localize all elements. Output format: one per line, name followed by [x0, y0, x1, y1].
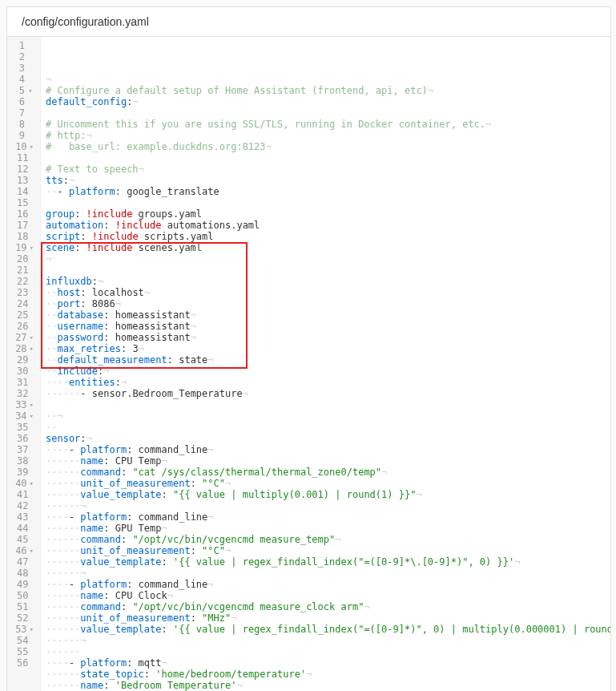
line-number: 14 — [17, 186, 34, 197]
code-line[interactable]: ··host: localhost¬ — [46, 287, 611, 298]
code-editor[interactable]: 12345▾678910▾111213141516171819▾20212223… — [7, 37, 610, 691]
code-line[interactable]: ··password: homeassistant¬ — [46, 332, 611, 343]
code-line[interactable]: scene: !include scenes.yaml — [46, 242, 611, 253]
code-line[interactable]: ¬ — [46, 74, 611, 85]
code-line[interactable]: ······state_topic: 'home/bedroom/tempera… — [46, 669, 611, 680]
code-line[interactable]: ····- platform: mqtt¬ — [46, 657, 611, 669]
code-line[interactable]: ······- sensor.Bedroom_Temperature¬ — [46, 388, 611, 399]
code-line[interactable]: script: !include scripts.yaml — [46, 231, 611, 242]
fold-marker-icon[interactable]: ▾ — [30, 399, 34, 410]
code-line[interactable]: # base_url: example.duckdns.org:8123¬ — [46, 141, 611, 152]
code-line[interactable]: ······name: CPU Temp¬ — [46, 455, 611, 467]
code-line[interactable]: ······value_template: "{{ value | multip… — [46, 489, 611, 500]
line-number: 50 — [17, 590, 34, 601]
code-line[interactable]: ······name: 'Bedroom Temperature'¬ — [46, 680, 611, 691]
line-number: 18 — [17, 231, 34, 242]
code-line[interactable]: ······command: "/opt/vc/bin/vcgencmd mea… — [46, 534, 611, 545]
line-number: 4 — [17, 74, 34, 85]
code-line[interactable]: group: !include groups.yaml — [46, 208, 611, 220]
fold-marker-icon[interactable]: ▾ — [30, 624, 34, 635]
code-line[interactable]: ······ — [46, 646, 611, 657]
code-line[interactable]: ······name: CPU Clock¬ — [46, 590, 611, 601]
code-line[interactable] — [46, 107, 611, 119]
line-number: 24 — [17, 298, 34, 309]
code-line[interactable]: ····- platform: command_line¬ — [46, 511, 611, 523]
line-number: 1 — [17, 40, 34, 51]
code-line[interactable]: ··port: 8086¬ — [46, 298, 611, 309]
code-line[interactable]: ······unit_of_measurement: "°C"¬ — [46, 478, 611, 489]
code-line[interactable] — [46, 197, 611, 208]
fold-marker-icon[interactable]: ▾ — [30, 343, 34, 354]
line-number: 38 — [17, 455, 34, 467]
line-number: 36 — [17, 433, 34, 444]
fold-marker-icon[interactable]: ▾ — [30, 478, 34, 489]
code-line[interactable]: # Text to speech¬ — [46, 164, 611, 175]
code-line[interactable] — [46, 152, 611, 164]
line-number: 27▾ — [17, 332, 34, 343]
code-line[interactable]: ··max_retries: 3¬ — [46, 343, 611, 354]
code-line[interactable]: tts:¬ — [46, 175, 611, 186]
code-line[interactable]: ····- platform: command_line¬ — [46, 444, 611, 455]
code-line[interactable]: ··include:¬ — [46, 366, 611, 377]
line-number: 52 — [17, 612, 34, 624]
line-number: 23 — [17, 287, 34, 298]
line-number: 56 — [17, 657, 34, 669]
code-line[interactable]: ····- platform: command_line¬ — [46, 579, 611, 590]
code-line[interactable]: default_config:¬ — [46, 96, 611, 107]
line-number: 17 — [17, 220, 34, 231]
code-line[interactable]: # Configure a default setup of Home Assi… — [46, 85, 611, 96]
code-content[interactable]: ¬# Configure a default setup of Home Ass… — [41, 37, 611, 691]
code-line[interactable]: ······¬ — [46, 568, 611, 579]
line-number: 47 — [17, 556, 34, 568]
line-number: 42 — [17, 500, 34, 511]
code-line[interactable]: ··database: homeassistant¬ — [46, 309, 611, 321]
line-number: 30 — [17, 366, 34, 377]
line-number: 51 — [17, 601, 34, 612]
code-line[interactable]: ··default_measurement: state¬ — [46, 354, 611, 366]
line-number: 40▾ — [17, 478, 34, 489]
line-number: 19▾ — [17, 242, 34, 253]
line-number-gutter: 12345▾678910▾111213141516171819▾20212223… — [7, 37, 41, 691]
code-line[interactable]: automation: !include automations.yaml — [46, 220, 611, 231]
code-line[interactable]: ······value_template: '{{ value | regex_… — [46, 556, 611, 568]
code-line[interactable]: ······¬ — [46, 635, 611, 646]
code-line[interactable]: ····entities:¬ — [46, 377, 611, 388]
line-number: 37 — [17, 444, 34, 455]
line-number: 48 — [17, 568, 34, 579]
code-line[interactable]: influxdb:¬ — [46, 276, 611, 287]
code-line[interactable]: ······command: "/opt/vc/bin/vcgencmd mea… — [46, 601, 611, 612]
code-line[interactable]: ··¬ — [46, 410, 611, 422]
code-line[interactable] — [46, 399, 611, 410]
code-line[interactable]: ······¬ — [46, 500, 611, 511]
fold-marker-icon[interactable]: ▾ — [27, 85, 34, 96]
line-number: 26 — [17, 321, 34, 332]
code-line[interactable]: ······unit_of_measurement: "°C"¬ — [46, 545, 611, 556]
line-number: 15 — [17, 197, 34, 208]
code-line[interactable]: ¬ — [46, 253, 611, 265]
line-number: 53▾ — [17, 624, 34, 635]
line-number: 9 — [17, 130, 34, 141]
fold-marker-icon[interactable]: ▾ — [30, 410, 34, 422]
line-number: 46▾ — [17, 545, 34, 556]
code-line[interactable]: ······value_template: '{{ value | regex_… — [46, 624, 611, 635]
code-line[interactable]: ······name: GPU Temp¬ — [46, 523, 611, 534]
fold-marker-icon[interactable]: ▾ — [30, 332, 34, 343]
code-line[interactable]: sensor:¬ — [46, 433, 611, 444]
line-number: 10▾ — [17, 141, 34, 152]
line-number: 33▾ — [17, 399, 34, 410]
line-number: 8 — [17, 119, 34, 130]
line-number: 16 — [17, 208, 34, 220]
code-line[interactable] — [46, 265, 611, 276]
fold-marker-icon[interactable]: ▾ — [30, 242, 34, 253]
code-line[interactable]: # http:¬ — [46, 130, 611, 141]
fold-marker-icon[interactable]: ▾ — [30, 141, 34, 152]
line-number: 7 — [17, 107, 34, 119]
fold-marker-icon[interactable]: ▾ — [30, 545, 34, 556]
code-line[interactable]: ······unit_of_measurement: "MHz"¬ — [46, 612, 611, 624]
line-number: 13 — [17, 175, 34, 186]
code-line[interactable]: # Uncomment this if you are using SSL/TL… — [46, 119, 611, 130]
code-line[interactable]: ··username: homeassistant¬ — [46, 321, 611, 332]
code-line[interactable]: ··- platform: google_translate — [46, 186, 611, 197]
code-line[interactable]: ······command: "cat /sys/class/thermal/t… — [46, 467, 611, 478]
code-line[interactable]: ·· — [46, 422, 611, 433]
